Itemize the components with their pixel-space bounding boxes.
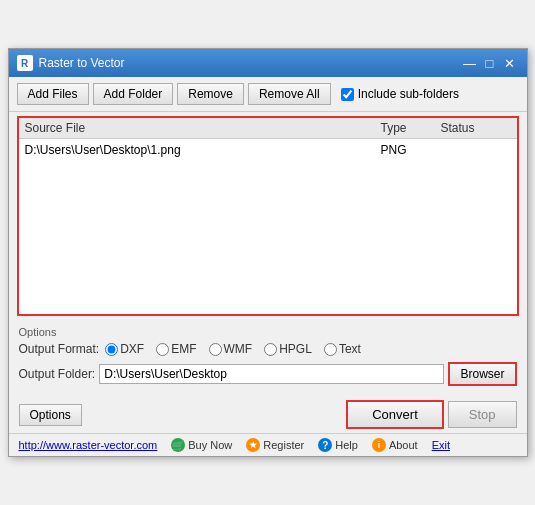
add-files-button[interactable]: Add Files — [17, 83, 89, 105]
app-icon: R — [17, 55, 33, 71]
file-list-header: Source File Type Status — [19, 118, 517, 139]
register-item[interactable]: ★ Register — [246, 438, 304, 452]
register-icon: ★ — [246, 438, 260, 452]
options-button[interactable]: Options — [19, 404, 82, 426]
output-folder-label: Output Folder: — [19, 367, 96, 381]
include-sub-label[interactable]: Include sub-folders — [341, 87, 459, 101]
website-link[interactable]: http://www.raster-vector.com — [19, 439, 158, 451]
exit-link[interactable]: Exit — [432, 439, 450, 451]
bottom-action-bar: Options Convert Stop — [9, 396, 527, 433]
bottom-right: Convert Stop — [346, 400, 516, 429]
maximize-button[interactable]: □ — [481, 54, 499, 72]
output-format-row: Output Format: DXF EMF WMF HPGL — [19, 342, 517, 356]
help-icon: ? — [318, 438, 332, 452]
format-dxf-option[interactable]: DXF — [105, 342, 144, 356]
file-source-cell: D:\Users\User\Desktop\1.png — [25, 143, 381, 157]
header-type: Type — [381, 121, 441, 135]
header-status: Status — [441, 121, 511, 135]
toolbar: Add Files Add Folder Remove Remove All I… — [9, 77, 527, 112]
buy-now-item[interactable]: 🛒 Buy Now — [171, 438, 232, 452]
output-format-label: Output Format: — [19, 342, 100, 356]
format-text-radio[interactable] — [324, 343, 337, 356]
remove-button[interactable]: Remove — [177, 83, 244, 105]
help-label: Help — [335, 439, 358, 451]
close-button[interactable]: ✕ — [501, 54, 519, 72]
browser-button[interactable]: Browser — [448, 362, 516, 386]
buy-now-label: Buy Now — [188, 439, 232, 451]
options-section: Options Output Format: DXF EMF WMF — [9, 320, 527, 396]
remove-all-button[interactable]: Remove All — [248, 83, 331, 105]
window-controls: — □ ✕ — [461, 54, 519, 72]
file-list-body: D:\Users\User\Desktop\1.png PNG — [19, 139, 517, 161]
table-row[interactable]: D:\Users\User\Desktop\1.png PNG — [19, 141, 517, 159]
about-icon: i — [372, 438, 386, 452]
about-label: About — [389, 439, 418, 451]
bottom-left: Options — [19, 404, 82, 426]
include-sub-text: Include sub-folders — [358, 87, 459, 101]
format-radio-group: DXF EMF WMF HPGL Text — [105, 342, 365, 356]
main-window: R Raster to Vector — □ ✕ Add Files Add F… — [8, 48, 528, 457]
about-item[interactable]: i About — [372, 438, 418, 452]
format-emf-radio[interactable] — [156, 343, 169, 356]
register-label: Register — [263, 439, 304, 451]
format-hpgl-option[interactable]: HPGL — [264, 342, 312, 356]
output-folder-input[interactable] — [99, 364, 444, 384]
include-sub-checkbox[interactable] — [341, 88, 354, 101]
format-wmf-option[interactable]: WMF — [209, 342, 253, 356]
help-item[interactable]: ? Help — [318, 438, 358, 452]
file-type-cell: PNG — [381, 143, 441, 157]
title-bar: R Raster to Vector — □ ✕ — [9, 49, 527, 77]
format-hpgl-radio[interactable] — [264, 343, 277, 356]
header-source: Source File — [25, 121, 381, 135]
format-wmf-radio[interactable] — [209, 343, 222, 356]
format-text-option[interactable]: Text — [324, 342, 361, 356]
window-title: Raster to Vector — [39, 56, 461, 70]
file-status-cell — [441, 143, 511, 157]
options-section-label: Options — [19, 326, 517, 338]
format-dxf-radio[interactable] — [105, 343, 118, 356]
status-bar: http://www.raster-vector.com 🛒 Buy Now ★… — [9, 433, 527, 456]
convert-button[interactable]: Convert — [346, 400, 444, 429]
output-folder-row: Output Folder: Browser — [19, 362, 517, 386]
format-emf-option[interactable]: EMF — [156, 342, 196, 356]
minimize-button[interactable]: — — [461, 54, 479, 72]
file-list-container: Source File Type Status D:\Users\User\De… — [17, 116, 519, 316]
stop-button[interactable]: Stop — [448, 401, 517, 428]
add-folder-button[interactable]: Add Folder — [93, 83, 174, 105]
cart-icon: 🛒 — [171, 438, 185, 452]
